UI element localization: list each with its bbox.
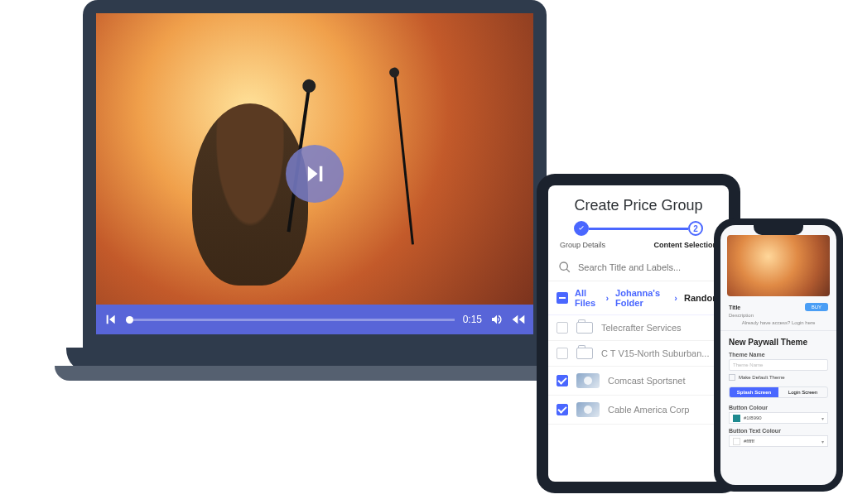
tab-splash[interactable]: Splash Screen bbox=[730, 387, 778, 397]
step-labels: Group Details Content Selection bbox=[548, 239, 729, 257]
button-colour-picker[interactable]: #1f8990 ▾ bbox=[729, 412, 828, 424]
colour-swatch bbox=[733, 438, 740, 445]
description-label: Description bbox=[729, 313, 828, 318]
paywall-meta: Title BUY Description Already have acces… bbox=[720, 301, 836, 325]
video-player[interactable]: 0:15 bbox=[96, 13, 533, 334]
tablet-screen: Create Price Group 2 Group Details Conte… bbox=[548, 185, 729, 482]
item-label: Comcast Sportsnet bbox=[608, 376, 686, 386]
microphone-icon bbox=[393, 71, 414, 244]
login-link[interactable]: Already have access? Login here bbox=[729, 320, 828, 325]
field-label: Theme Name bbox=[720, 348, 836, 358]
step-complete-icon[interactable] bbox=[574, 221, 589, 236]
item-label: Cable America Corp bbox=[608, 405, 689, 415]
video-controls: 0:15 bbox=[96, 305, 533, 334]
chevron-right-icon: › bbox=[674, 293, 677, 303]
checkbox-checked[interactable] bbox=[556, 375, 568, 386]
step-current[interactable]: 2 bbox=[688, 221, 703, 236]
step-line bbox=[589, 228, 688, 230]
phone-notch bbox=[754, 225, 803, 235]
field-label: Button Colour bbox=[720, 401, 836, 411]
crumb-link[interactable]: Johanna's Folder bbox=[615, 288, 667, 308]
crumb-link[interactable]: All Files bbox=[575, 288, 599, 308]
checkbox-checked[interactable] bbox=[556, 404, 568, 415]
button-text-colour-picker[interactable]: #ffffff ▾ bbox=[729, 435, 828, 447]
checkbox[interactable] bbox=[556, 348, 568, 359]
colour-value: #1f8990 bbox=[744, 415, 762, 420]
buy-button[interactable]: BUY bbox=[805, 303, 828, 311]
colour-swatch bbox=[733, 415, 740, 422]
progress-bar[interactable] bbox=[126, 319, 455, 321]
default-theme-checkbox[interactable]: Make Default Theme bbox=[720, 372, 836, 383]
list-item[interactable]: Cable America Corp bbox=[548, 396, 729, 425]
tablet-device: Create Price Group 2 Group Details Conte… bbox=[537, 174, 740, 493]
laptop-screen: 0:15 bbox=[83, 0, 547, 348]
video-time: 0:15 bbox=[463, 314, 482, 325]
field-label: Button Text Colour bbox=[720, 425, 836, 434]
laptop-device: 0:15 bbox=[66, 0, 563, 372]
step-label: Group Details bbox=[560, 241, 605, 249]
section-heading: New Paywall Theme bbox=[720, 336, 836, 348]
item-label: Telecrafter Services bbox=[601, 323, 682, 333]
skip-back-icon[interactable] bbox=[104, 313, 118, 326]
chevron-down-icon: ▾ bbox=[822, 415, 824, 421]
colour-value: #ffffff bbox=[744, 439, 754, 444]
screen-tabs: Splash Screen Login Screen bbox=[729, 386, 828, 398]
divider bbox=[720, 330, 836, 331]
collapse-icon[interactable] bbox=[556, 292, 568, 304]
paywall-hero-image bbox=[727, 235, 830, 296]
list-item[interactable]: Telecrafter Services bbox=[548, 315, 729, 341]
search-input[interactable] bbox=[578, 262, 719, 272]
play-next-button[interactable] bbox=[286, 145, 344, 203]
search-row bbox=[548, 257, 729, 281]
folder-icon bbox=[576, 348, 593, 359]
list-item[interactable]: Comcast Sportsnet bbox=[548, 367, 729, 396]
step-label: Content Selection bbox=[653, 241, 717, 249]
list-item[interactable]: C T V15-North Suburban... bbox=[548, 341, 729, 367]
video-thumbnail bbox=[576, 373, 600, 388]
title-label: Title bbox=[729, 305, 740, 310]
folder-icon bbox=[576, 322, 593, 334]
item-label: C T V15-North Suburban... bbox=[601, 348, 709, 358]
video-thumbnail bbox=[576, 402, 600, 417]
theme-name-input[interactable]: Theme Name bbox=[729, 359, 828, 371]
phone-device: Title BUY Description Already have acces… bbox=[714, 218, 843, 492]
singer-image bbox=[192, 103, 308, 286]
search-icon[interactable] bbox=[558, 261, 571, 274]
checkbox[interactable] bbox=[729, 374, 735, 381]
checkbox-label: Make Default Theme bbox=[739, 375, 785, 380]
phone-screen: Title BUY Description Already have acces… bbox=[720, 225, 836, 485]
page-title: Create Price Group bbox=[548, 185, 729, 221]
chevron-down-icon: ▾ bbox=[822, 439, 824, 444]
rewind-icon[interactable] bbox=[512, 313, 525, 326]
laptop-base bbox=[66, 348, 563, 372]
checkbox[interactable] bbox=[556, 322, 568, 334]
chevron-right-icon: › bbox=[605, 293, 609, 303]
volume-icon[interactable] bbox=[490, 313, 504, 326]
stepper: 2 bbox=[548, 221, 729, 239]
tab-login[interactable]: Login Screen bbox=[778, 387, 827, 397]
breadcrumb: All Files › Johanna's Folder › Random bbox=[548, 281, 729, 315]
